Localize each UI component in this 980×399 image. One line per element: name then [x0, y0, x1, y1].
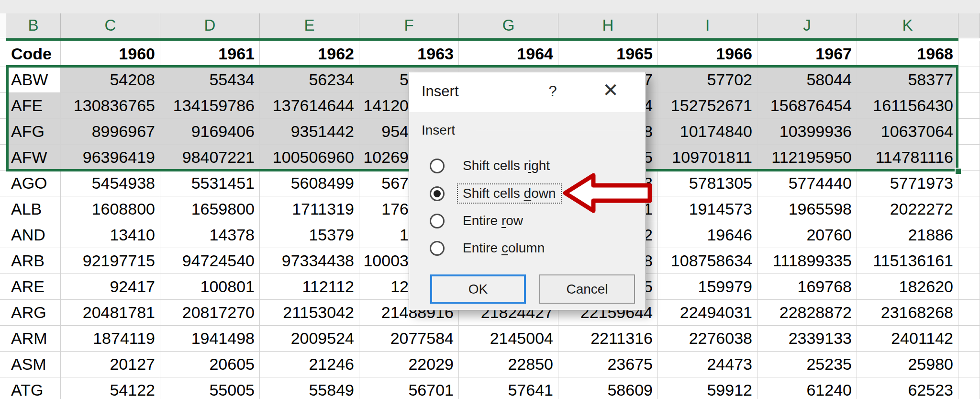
column-header-H[interactable]: H	[558, 13, 658, 38]
cell-AFG-1968[interactable]: 10637064	[857, 119, 958, 145]
cell-ASM-1961[interactable]: 20605	[160, 352, 260, 377]
cell-ATG-1960[interactable]: 54122	[61, 377, 160, 399]
cell-AFG-1961[interactable]: 9169406	[160, 119, 260, 145]
radio-icon[interactable]	[430, 214, 445, 228]
cell-AFE-1962[interactable]: 137614644	[260, 93, 359, 119]
cell-ATG-1961[interactable]: 55005	[160, 377, 260, 399]
cell-code-AFE[interactable]: AFE	[6, 93, 61, 119]
cancel-button[interactable]: Cancel	[539, 274, 635, 304]
header-cell-year-1968[interactable]: 1968	[857, 41, 958, 67]
cell-ARM-1961[interactable]: 1941498	[160, 326, 260, 352]
column-header-B[interactable]: B	[6, 13, 61, 38]
option-shift-cells-down[interactable]: Shift cells down	[430, 182, 562, 205]
radio-icon[interactable]	[430, 159, 445, 173]
cell-ALB-1961[interactable]: 1659800	[160, 196, 260, 222]
cell-ASM-1967[interactable]: 25235	[757, 352, 857, 377]
cell-ARM-1965[interactable]: 2211316	[558, 326, 658, 352]
header-cell-year-1963[interactable]: 1963	[359, 41, 459, 67]
cell-ALB-1966[interactable]: 1914573	[658, 196, 757, 222]
cell-AND-1961[interactable]: 14378	[160, 222, 260, 248]
column-header-G[interactable]: G	[459, 13, 558, 38]
cell-code-ARE[interactable]: ARE	[6, 274, 61, 300]
cell-ABW-1966[interactable]: 57702	[658, 67, 757, 93]
cell-AFW-1968[interactable]: 114781116	[857, 145, 958, 171]
option-entire-column[interactable]: Entire column	[430, 236, 550, 260]
header-cell-year-1962[interactable]: 1962	[260, 41, 359, 67]
cell-ABW-1960[interactable]: 54208	[61, 67, 160, 93]
column-header-C[interactable]: C	[61, 13, 160, 38]
column-header-I[interactable]: I	[658, 13, 757, 38]
cell-code-ABW[interactable]: ABW	[6, 67, 61, 93]
cell-ATG-1967[interactable]: 61240	[757, 377, 857, 399]
cell-ASM-1966[interactable]: 24473	[658, 352, 757, 377]
option-label[interactable]: Entire column	[457, 238, 550, 258]
cell-ABW-1962[interactable]: 56234	[260, 67, 359, 93]
column-header-E[interactable]: E	[260, 13, 359, 38]
column-header-D[interactable]: D	[160, 13, 260, 38]
cell-AFW-1960[interactable]: 96396419	[61, 145, 160, 171]
cell-code-ARM[interactable]: ARM	[6, 326, 61, 352]
cell-AND-1967[interactable]: 20760	[757, 222, 857, 248]
cell-ABW-1968[interactable]: 58377	[857, 67, 958, 93]
cell-ARG-1967[interactable]: 22828872	[757, 300, 857, 326]
cell-ARE-1967[interactable]: 169768	[757, 274, 857, 300]
header-cell-year-1960[interactable]: 1960	[61, 41, 160, 67]
header-cell-year-1967[interactable]: 1967	[757, 41, 857, 67]
insert-dialog-titlebar[interactable]: Insert ? ✕	[409, 72, 646, 112]
cell-AFE-1966[interactable]: 152752671	[658, 93, 757, 119]
cell-ATG-1966[interactable]: 59912	[658, 377, 757, 399]
cell-AGO-1968[interactable]: 5771973	[857, 171, 958, 196]
cell-ARB-1960[interactable]: 92197715	[61, 248, 160, 274]
header-cell-year-1966[interactable]: 1966	[658, 41, 757, 67]
cell-ARE-1966[interactable]: 159979	[658, 274, 757, 300]
close-icon[interactable]: ✕	[600, 79, 622, 101]
cell-code-ASM[interactable]: ASM	[6, 352, 61, 377]
cell-ARG-1962[interactable]: 21153042	[260, 300, 359, 326]
cell-ARG-1966[interactable]: 22494031	[658, 300, 757, 326]
cell-ARM-1968[interactable]: 2401142	[857, 326, 958, 352]
cell-ARM-1966[interactable]: 2276038	[658, 326, 757, 352]
cell-ARM-1962[interactable]: 2009524	[260, 326, 359, 352]
cell-code-AFW[interactable]: AFW	[6, 145, 61, 171]
option-shift-cells-right[interactable]: Shift cells right	[430, 154, 556, 178]
cell-AFE-1960[interactable]: 130836765	[61, 93, 160, 119]
cell-ASM-1964[interactable]: 22850	[459, 352, 558, 377]
selection-fill-handle[interactable]	[955, 168, 962, 175]
option-label[interactable]: Shift cells right	[457, 156, 556, 176]
cell-ALB-1962[interactable]: 1711319	[260, 196, 359, 222]
column-header-F[interactable]: F	[359, 13, 459, 38]
cell-ALB-1967[interactable]: 1965598	[757, 196, 857, 222]
cell-ALB-1968[interactable]: 2022272	[857, 196, 958, 222]
column-header-J[interactable]: J	[757, 13, 857, 38]
cell-ATG-1963[interactable]: 56701	[359, 377, 459, 399]
cell-code-AGO[interactable]: AGO	[6, 171, 61, 196]
header-cell-year-1964[interactable]: 1964	[459, 41, 558, 67]
cell-ARE-1962[interactable]: 112112	[260, 274, 359, 300]
cell-AGO-1966[interactable]: 5781305	[658, 171, 757, 196]
cell-code-ARB[interactable]: ARB	[6, 248, 61, 274]
option-label[interactable]: Entire row	[457, 211, 529, 231]
option-entire-row[interactable]: Entire row	[430, 209, 529, 233]
cell-ATG-1964[interactable]: 57641	[459, 377, 558, 399]
cell-ASM-1962[interactable]: 21246	[260, 352, 359, 377]
cell-ASM-1968[interactable]: 25980	[857, 352, 958, 377]
cell-AND-1968[interactable]: 21886	[857, 222, 958, 248]
cell-AFE-1961[interactable]: 134159786	[160, 93, 260, 119]
cell-ALB-1960[interactable]: 1608800	[61, 196, 160, 222]
cell-AND-1966[interactable]: 19646	[658, 222, 757, 248]
cell-AFW-1961[interactable]: 98407221	[160, 145, 260, 171]
cell-ARM-1964[interactable]: 2145004	[459, 326, 558, 352]
cell-ARE-1961[interactable]: 100801	[160, 274, 260, 300]
column-header-K[interactable]: K	[857, 13, 958, 38]
cell-ATG-1965[interactable]: 58609	[558, 377, 658, 399]
cell-ARB-1968[interactable]: 115136161	[857, 248, 958, 274]
cell-ARG-1968[interactable]: 23168268	[857, 300, 958, 326]
cell-AGO-1967[interactable]: 5774440	[757, 171, 857, 196]
cell-ARG-1961[interactable]: 20817270	[160, 300, 260, 326]
cell-ARE-1960[interactable]: 92417	[61, 274, 160, 300]
radio-icon[interactable]	[430, 241, 445, 256]
cell-code-AFG[interactable]: AFG	[6, 119, 61, 145]
option-label[interactable]: Shift cells down	[457, 183, 562, 204]
cell-ARM-1967[interactable]: 2339133	[757, 326, 857, 352]
cell-ASM-1960[interactable]: 20127	[61, 352, 160, 377]
